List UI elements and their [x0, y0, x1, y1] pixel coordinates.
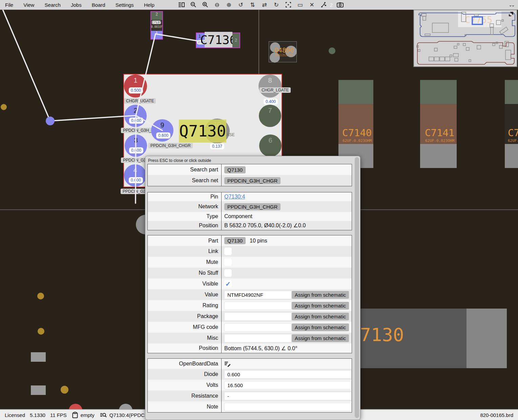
rotate-ccw-icon[interactable]: ↺ [236, 1, 245, 8]
menu-bar: File View Search Jobs Board Settings Hel… [0, 0, 518, 10]
collapse-menu-icon[interactable]: ⌄⌄ [509, 2, 514, 7]
type-label: Type [148, 212, 222, 221]
app-version: 5.1330 [30, 412, 45, 418]
pin-position-value: B 5632.0 705.0, Ø40.0(-2.0) ∠0.0 [222, 222, 352, 229]
search-net-input[interactable]: PPDCIN_G3H_CHGR [224, 177, 281, 184]
menu-settings[interactable]: Settings [110, 0, 139, 9]
zoom-out-icon[interactable] [189, 1, 198, 8]
resistance-input[interactable]: - [224, 392, 352, 400]
resistance-label: Resistance [148, 391, 222, 401]
diode-label: Diode [148, 369, 222, 380]
misc-input[interactable] [224, 334, 292, 342]
scale-up-icon[interactable]: ⊕ [225, 1, 233, 8]
search-net-label: Search net [148, 175, 222, 186]
screenshot-icon[interactable] [336, 1, 345, 8]
network-value-chip[interactable]: PPDCIN_G3H_CHGR [224, 203, 281, 210]
minimap[interactable]: C7755 [413, 9, 517, 67]
assign-value-button[interactable]: Assign from schematic [292, 291, 349, 299]
search-part-input[interactable]: Q7130 [224, 166, 246, 173]
link-label: Link [148, 246, 222, 257]
type-value: Component [222, 213, 352, 219]
rotate-cw-icon[interactable]: ↻ [272, 1, 281, 8]
value-label: Value [148, 289, 222, 300]
assign-package-button[interactable]: Assign from schematic [292, 313, 349, 320]
link-checkbox[interactable] [224, 248, 232, 255]
part-value-chip[interactable]: Q7130 [224, 237, 246, 244]
package-label: Package [148, 311, 222, 322]
menu-help[interactable]: Help [139, 0, 160, 9]
visible-label: Visible [148, 278, 222, 289]
side-panel-icon[interactable] [177, 1, 186, 8]
center-view-icon[interactable] [284, 1, 293, 8]
board-filename: 820-00165.brd [480, 412, 513, 418]
net-junction-dot [46, 117, 55, 125]
clipboard-icon [72, 412, 78, 418]
visible-checkbox[interactable]: ✓ [224, 280, 232, 288]
menu-search[interactable]: Search [39, 0, 66, 9]
mute-checkbox[interactable] [224, 258, 232, 266]
note-input[interactable] [224, 403, 352, 411]
edit-data-icon[interactable] [224, 361, 231, 367]
toolbar: ⊖ ⊕ ↺ ⇅ ⇄ ↻ ▭ ✕ 2 [177, 1, 345, 8]
ruler-rect-icon[interactable]: ▭ [296, 1, 305, 8]
misc-label: Misc [148, 333, 222, 343]
selection-search-icon [100, 412, 107, 418]
search-section: Search part Q7130 Search net PPDCIN_G3H_… [147, 164, 352, 186]
mfg-code-input[interactable] [224, 323, 292, 332]
note-label: Note [148, 401, 222, 412]
assign-mfg-button[interactable]: Assign from schematic [292, 323, 349, 331]
mute-label: Mute [148, 257, 222, 268]
assign-misc-button[interactable]: Assign from schematic [292, 334, 349, 342]
value-input[interactable]: NTMFD4902NF [224, 291, 292, 299]
flip-horizontal-icon[interactable]: ⇄ [260, 1, 269, 8]
dialog-scrollbar[interactable] [355, 157, 359, 418]
clipboard-status: empty [81, 412, 95, 418]
part-position-label: Position [148, 343, 222, 353]
license-status: Licensed [5, 412, 25, 418]
scale-down-icon[interactable]: ⊖ [213, 1, 222, 8]
part-section: Part Q7130 10 pins Link Mute No Stuff Vi… [147, 235, 352, 353]
menu-board[interactable]: Board [87, 0, 110, 9]
minimap-drawing: C7755 [414, 10, 517, 66]
mfg-code-label: MFG code [148, 322, 222, 333]
volts-input[interactable]: 16.500 [224, 381, 352, 390]
part-position-value: Bottom (5744.5, 630.0) ∠ 0.0° [222, 345, 352, 352]
minimap-corner-icon [509, 12, 513, 16]
dialog-hint: Press ESC to close or click outside [148, 158, 211, 163]
nostuff-checkbox[interactable] [224, 269, 232, 277]
pin-label: Pin [148, 192, 222, 201]
diode-input[interactable]: 0.600 [224, 370, 352, 379]
openboarddata-label: OpenBoardData [148, 359, 222, 369]
package-input[interactable] [224, 312, 292, 321]
flip-vertical-icon[interactable]: ⇅ [248, 1, 257, 8]
pin-link[interactable]: Q7130:4 [224, 194, 245, 200]
menu-jobs[interactable]: Jobs [66, 0, 87, 9]
openboarddata-section: OpenBoardData Diode 0.600 Volts 16.500 R… [147, 358, 352, 413]
part-label: Part [148, 235, 222, 246]
net-trace-count: 2 [330, 2, 333, 8]
menu-file[interactable]: File [0, 0, 18, 9]
network-label: Network [148, 201, 222, 212]
fps-counter: 11 FPS [50, 412, 67, 418]
search-part-label: Search part [148, 164, 222, 175]
rating-input[interactable] [224, 301, 292, 310]
nostuff-label: No Stuff [148, 268, 222, 278]
part-pin-count: 10 pins [250, 238, 267, 244]
menu-view[interactable]: View [18, 0, 39, 9]
pin-position-label: Position [148, 221, 222, 230]
pin-section: Pin Q7130:4 Network PPDCIN_G3H_CHGR Type… [147, 192, 352, 230]
net-trace-icon[interactable] [319, 1, 328, 8]
zoom-in-icon[interactable] [201, 1, 210, 8]
part-info-dialog: Press ESC to close or click outside Sear… [145, 156, 360, 420]
close-tool-icon[interactable]: ✕ [308, 1, 316, 8]
current-selection: Q7130:4(PPDCIN [109, 412, 150, 418]
volts-label: Volts [148, 380, 222, 391]
assign-rating-button[interactable]: Assign from schematic [292, 302, 349, 310]
rating-label: Rating [148, 300, 222, 311]
openboardview-app: 2 1 C7137 0.001UF 1 0.600 C7136 2 Q4800 … [0, 0, 518, 420]
